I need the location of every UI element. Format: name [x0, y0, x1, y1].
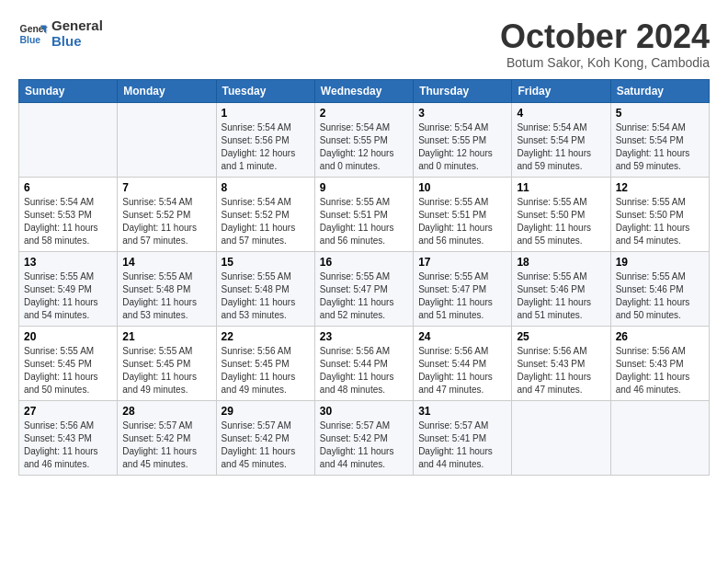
day-info: Sunrise: 5:55 AM Sunset: 5:51 PM Dayligh… — [418, 196, 506, 247]
calendar-cell: 9Sunrise: 5:55 AM Sunset: 5:51 PM Daylig… — [314, 177, 413, 251]
day-number: 19 — [616, 256, 704, 269]
day-info: Sunrise: 5:56 AM Sunset: 5:44 PM Dayligh… — [320, 345, 408, 396]
day-number: 20 — [24, 330, 112, 343]
calendar-cell: 10Sunrise: 5:55 AM Sunset: 5:51 PM Dayli… — [414, 177, 512, 251]
day-info: Sunrise: 5:54 AM Sunset: 5:55 PM Dayligh… — [320, 121, 408, 173]
column-header-tuesday: Tuesday — [216, 79, 314, 102]
column-header-monday: Monday — [118, 79, 216, 102]
day-info: Sunrise: 5:56 AM Sunset: 5:44 PM Dayligh… — [418, 345, 506, 396]
calendar-cell: 26Sunrise: 5:56 AM Sunset: 5:43 PM Dayli… — [610, 326, 709, 400]
calendar-week-row: 13Sunrise: 5:55 AM Sunset: 5:49 PM Dayli… — [19, 251, 710, 326]
calendar-table: SundayMondayTuesdayWednesdayThursdayFrid… — [18, 79, 710, 476]
calendar-cell: 6Sunrise: 5:54 AM Sunset: 5:53 PM Daylig… — [19, 177, 118, 251]
day-number: 24 — [418, 330, 506, 343]
calendar-cell: 8Sunrise: 5:54 AM Sunset: 5:52 PM Daylig… — [216, 177, 314, 251]
calendar-body: 1Sunrise: 5:54 AM Sunset: 5:56 PM Daylig… — [19, 102, 710, 475]
calendar-cell: 15Sunrise: 5:55 AM Sunset: 5:48 PM Dayli… — [216, 251, 314, 326]
calendar-cell: 5Sunrise: 5:54 AM Sunset: 5:54 PM Daylig… — [610, 102, 709, 177]
day-info: Sunrise: 5:54 AM Sunset: 5:52 PM Dayligh… — [122, 196, 210, 247]
calendar-cell: 31Sunrise: 5:57 AM Sunset: 5:41 PM Dayli… — [414, 400, 512, 475]
day-info: Sunrise: 5:57 AM Sunset: 5:42 PM Dayligh… — [122, 419, 210, 471]
calendar-cell: 24Sunrise: 5:56 AM Sunset: 5:44 PM Dayli… — [414, 326, 512, 400]
column-header-saturday: Saturday — [610, 79, 709, 102]
day-number: 31 — [418, 405, 506, 418]
day-info: Sunrise: 5:54 AM Sunset: 5:54 PM Dayligh… — [616, 121, 704, 173]
calendar-cell: 11Sunrise: 5:55 AM Sunset: 5:50 PM Dayli… — [512, 177, 610, 251]
day-info: Sunrise: 5:54 AM Sunset: 5:53 PM Dayligh… — [24, 196, 112, 247]
day-number: 2 — [320, 107, 408, 120]
day-number: 6 — [24, 181, 112, 194]
calendar-cell — [512, 400, 610, 475]
calendar-cell: 13Sunrise: 5:55 AM Sunset: 5:49 PM Dayli… — [19, 251, 118, 326]
day-info: Sunrise: 5:55 AM Sunset: 5:45 PM Dayligh… — [24, 345, 112, 396]
day-number: 21 — [122, 330, 210, 343]
column-header-sunday: Sunday — [19, 79, 118, 102]
calendar-cell: 29Sunrise: 5:57 AM Sunset: 5:42 PM Dayli… — [216, 400, 314, 475]
calendar-cell — [118, 102, 216, 177]
calendar-cell: 2Sunrise: 5:54 AM Sunset: 5:55 PM Daylig… — [314, 102, 413, 177]
day-info: Sunrise: 5:56 AM Sunset: 5:43 PM Dayligh… — [24, 419, 112, 471]
calendar-week-row: 20Sunrise: 5:55 AM Sunset: 5:45 PM Dayli… — [19, 326, 710, 400]
day-info: Sunrise: 5:55 AM Sunset: 5:47 PM Dayligh… — [320, 270, 408, 322]
day-number: 8 — [222, 181, 310, 194]
column-header-thursday: Thursday — [414, 79, 512, 102]
day-number: 5 — [616, 107, 704, 120]
calendar-cell — [610, 400, 709, 475]
logo: General Blue General Blue — [18, 18, 103, 49]
calendar-cell: 17Sunrise: 5:55 AM Sunset: 5:47 PM Dayli… — [414, 251, 512, 326]
calendar-week-row: 6Sunrise: 5:54 AM Sunset: 5:53 PM Daylig… — [19, 177, 710, 251]
day-number: 10 — [418, 181, 506, 194]
day-info: Sunrise: 5:57 AM Sunset: 5:41 PM Dayligh… — [418, 419, 506, 471]
calendar-cell: 28Sunrise: 5:57 AM Sunset: 5:42 PM Dayli… — [118, 400, 216, 475]
title-block: October 2024 Botum Sakor, Koh Kong, Camb… — [500, 18, 710, 70]
day-number: 27 — [24, 405, 112, 418]
day-number: 9 — [320, 181, 408, 194]
page-header: General Blue General Blue October 2024 B… — [18, 18, 710, 70]
day-number: 15 — [222, 256, 310, 269]
calendar-cell: 22Sunrise: 5:56 AM Sunset: 5:45 PM Dayli… — [216, 326, 314, 400]
calendar-cell: 20Sunrise: 5:55 AM Sunset: 5:45 PM Dayli… — [19, 326, 118, 400]
calendar-cell: 19Sunrise: 5:55 AM Sunset: 5:46 PM Dayli… — [610, 251, 709, 326]
day-number: 17 — [418, 256, 506, 269]
logo-text: General Blue — [51, 18, 103, 49]
day-info: Sunrise: 5:55 AM Sunset: 5:48 PM Dayligh… — [222, 270, 310, 322]
day-number: 4 — [517, 107, 605, 120]
calendar-header-row: SundayMondayTuesdayWednesdayThursdayFrid… — [19, 79, 710, 102]
calendar-cell: 27Sunrise: 5:56 AM Sunset: 5:43 PM Dayli… — [19, 400, 118, 475]
day-number: 13 — [24, 256, 112, 269]
day-info: Sunrise: 5:55 AM Sunset: 5:46 PM Dayligh… — [517, 270, 605, 322]
day-number: 11 — [517, 181, 605, 194]
logo-icon: General Blue — [18, 19, 48, 49]
day-info: Sunrise: 5:55 AM Sunset: 5:50 PM Dayligh… — [517, 196, 605, 247]
day-info: Sunrise: 5:54 AM Sunset: 5:52 PM Dayligh… — [222, 196, 310, 247]
day-number: 28 — [122, 405, 210, 418]
day-number: 1 — [222, 107, 310, 120]
day-number: 23 — [320, 330, 408, 343]
day-info: Sunrise: 5:55 AM Sunset: 5:46 PM Dayligh… — [616, 270, 704, 322]
calendar-week-row: 1Sunrise: 5:54 AM Sunset: 5:56 PM Daylig… — [19, 102, 710, 177]
day-info: Sunrise: 5:55 AM Sunset: 5:47 PM Dayligh… — [418, 270, 506, 322]
day-info: Sunrise: 5:57 AM Sunset: 5:42 PM Dayligh… — [222, 419, 310, 471]
calendar-cell: 18Sunrise: 5:55 AM Sunset: 5:46 PM Dayli… — [512, 251, 610, 326]
day-info: Sunrise: 5:54 AM Sunset: 5:56 PM Dayligh… — [222, 121, 310, 173]
day-number: 26 — [616, 330, 704, 343]
calendar-cell: 23Sunrise: 5:56 AM Sunset: 5:44 PM Dayli… — [314, 326, 413, 400]
day-info: Sunrise: 5:55 AM Sunset: 5:49 PM Dayligh… — [24, 270, 112, 322]
column-header-wednesday: Wednesday — [314, 79, 413, 102]
day-number: 16 — [320, 256, 408, 269]
calendar-cell: 16Sunrise: 5:55 AM Sunset: 5:47 PM Dayli… — [314, 251, 413, 326]
day-info: Sunrise: 5:55 AM Sunset: 5:45 PM Dayligh… — [122, 345, 210, 396]
calendar-cell: 14Sunrise: 5:55 AM Sunset: 5:48 PM Dayli… — [118, 251, 216, 326]
day-info: Sunrise: 5:55 AM Sunset: 5:48 PM Dayligh… — [122, 270, 210, 322]
calendar-cell: 12Sunrise: 5:55 AM Sunset: 5:50 PM Dayli… — [610, 177, 709, 251]
svg-text:Blue: Blue — [20, 34, 41, 44]
column-header-friday: Friday — [512, 79, 610, 102]
day-info: Sunrise: 5:56 AM Sunset: 5:43 PM Dayligh… — [517, 345, 605, 396]
day-info: Sunrise: 5:56 AM Sunset: 5:45 PM Dayligh… — [222, 345, 310, 396]
day-info: Sunrise: 5:55 AM Sunset: 5:51 PM Dayligh… — [320, 196, 408, 247]
day-number: 12 — [616, 181, 704, 194]
calendar-week-row: 27Sunrise: 5:56 AM Sunset: 5:43 PM Dayli… — [19, 400, 710, 475]
day-number: 3 — [418, 107, 506, 120]
day-info: Sunrise: 5:54 AM Sunset: 5:54 PM Dayligh… — [517, 121, 605, 173]
calendar-cell: 7Sunrise: 5:54 AM Sunset: 5:52 PM Daylig… — [118, 177, 216, 251]
